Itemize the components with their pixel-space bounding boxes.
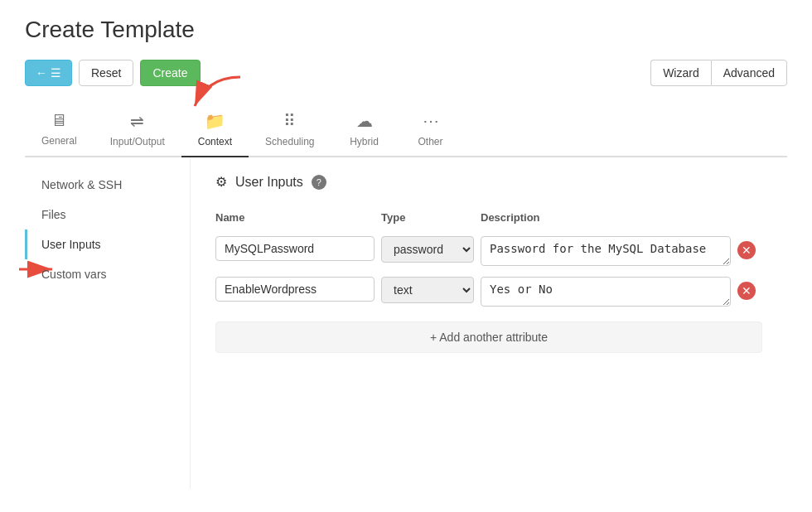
gear-icon: ⚙ — [215, 174, 227, 190]
col-header-action — [737, 206, 762, 232]
tab-hybrid-label: Hybrid — [350, 136, 379, 147]
footer: OpenNebula 4.10.1 by OpenNebula Systems. — [25, 489, 787, 512]
help-icon[interactable]: ? — [312, 175, 326, 190]
page-title: Create Template — [25, 17, 787, 43]
row1-description-input[interactable]: Password for the MySQL Database — [481, 236, 731, 266]
tab-general-label: General — [41, 135, 77, 147]
section-header: ⚙ User Inputs ? — [215, 174, 762, 190]
section-title: User Inputs — [235, 175, 303, 190]
content-area: Network & SSH Files User Inputs Custom v… — [25, 157, 787, 489]
sidebar-item-custom-vars[interactable]: Custom vars — [25, 259, 190, 289]
reset-button[interactable]: Reset — [79, 60, 134, 86]
back-icon: ← ☰ — [36, 66, 61, 80]
main-panel: ⚙ User Inputs ? Name Type Description — [191, 157, 787, 489]
sidebar-custom-vars-label: Custom vars — [41, 268, 107, 281]
tabs-row: 🖥 General ⇌ Input/Output 📁 Context ⠿ Sch… — [25, 103, 787, 157]
tab-context-label: Context — [198, 136, 232, 147]
tab-context[interactable]: 📁 Context — [181, 103, 249, 157]
tab-scheduling[interactable]: ⠿ Scheduling — [249, 103, 331, 156]
row2-remove-button[interactable]: ✕ — [737, 282, 756, 300]
tab-input-output[interactable]: ⇌ Input/Output — [94, 103, 181, 156]
tab-other-label: Other — [418, 136, 442, 147]
user-inputs-table: Name Type Description passw — [215, 206, 762, 313]
tab-hybrid[interactable]: ☁ Hybrid — [331, 103, 398, 156]
tab-general[interactable]: 🖥 General — [25, 103, 94, 156]
create-button[interactable]: Create — [140, 60, 200, 86]
sidebar-user-inputs-label: User Inputs — [41, 238, 101, 251]
row1-name-input[interactable] — [215, 236, 375, 261]
col-header-description: Description — [481, 206, 737, 232]
context-icon: 📁 — [205, 111, 225, 131]
view-toggle: Wizard Advanced — [650, 60, 787, 86]
hybrid-icon: ☁ — [356, 111, 373, 131]
sidebar-item-files[interactable]: Files — [25, 200, 190, 229]
row2-description-input[interactable]: Yes or No — [481, 277, 731, 307]
input-output-icon: ⇌ — [130, 111, 144, 131]
advanced-button[interactable]: Advanced — [711, 60, 787, 86]
add-attribute-row: + Add another attribute — [215, 321, 762, 353]
tab-other[interactable]: ⋯ Other — [398, 103, 464, 156]
toolbar-left: ← ☰ Reset Create — [25, 60, 201, 86]
tab-input-output-label: Input/Output — [110, 136, 165, 147]
table-row: password text number boolean Password fo… — [215, 232, 762, 273]
sidebar-network-ssh-label: Network & SSH — [41, 178, 122, 191]
scheduling-icon: ⠿ — [283, 111, 296, 131]
sidebar-files-label: Files — [41, 208, 66, 221]
toolbar: ← ☰ Reset Create Wizard Advanced — [25, 60, 787, 86]
tab-scheduling-label: Scheduling — [265, 136, 314, 147]
wizard-button[interactable]: Wizard — [650, 60, 711, 86]
row1-remove-button[interactable]: ✕ — [737, 241, 756, 259]
sidebar-item-network-ssh[interactable]: Network & SSH — [25, 170, 190, 200]
row1-type-select[interactable]: password text number boolean — [381, 236, 474, 263]
sidebar-item-user-inputs[interactable]: User Inputs — [25, 229, 190, 259]
add-attribute-button[interactable]: + Add another attribute — [430, 331, 548, 344]
row2-type-select[interactable]: password text number boolean — [381, 277, 474, 303]
row2-name-input[interactable] — [215, 277, 375, 302]
col-header-type: Type — [381, 206, 481, 232]
col-header-name: Name — [215, 206, 381, 232]
back-button[interactable]: ← ☰ — [25, 60, 72, 86]
table-row: password text number boolean Yes or No ✕ — [215, 273, 762, 313]
other-icon: ⋯ — [423, 111, 439, 131]
sidebar: Network & SSH Files User Inputs Custom v… — [25, 157, 191, 489]
general-icon: 🖥 — [51, 111, 67, 130]
